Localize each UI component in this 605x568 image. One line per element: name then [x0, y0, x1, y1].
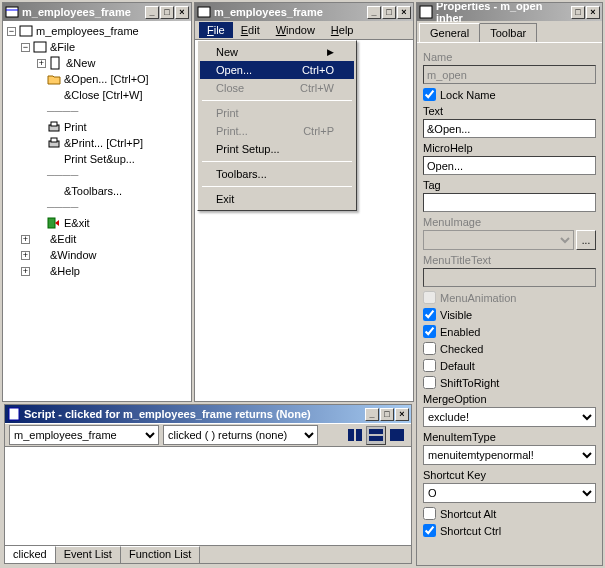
check-shortcutalt[interactable]: Shortcut Alt — [423, 507, 596, 520]
menu-titlebar: m_employees_frame _ □ × — [195, 3, 413, 21]
select-menuimage — [423, 230, 574, 250]
tree-item-new[interactable]: +&New — [5, 55, 189, 71]
check-default[interactable]: Default — [423, 359, 596, 372]
input-text[interactable] — [423, 119, 596, 138]
maximize-button[interactable]: □ — [380, 408, 394, 421]
menu-print[interactable]: Print — [200, 104, 354, 122]
menubar-help[interactable]: Help — [323, 22, 362, 38]
checkbox-shifttoright[interactable] — [423, 376, 436, 389]
menu-icon — [33, 248, 47, 262]
tree-item-close[interactable]: &Close [Ctrl+W] — [5, 87, 189, 103]
close-button[interactable]: × — [397, 6, 411, 19]
menubar-window[interactable]: Window — [268, 22, 323, 38]
event-select[interactable]: clicked ( ) returns (none) — [163, 425, 318, 445]
view-btn-3[interactable] — [387, 426, 407, 445]
expand-icon[interactable]: − — [21, 43, 30, 52]
tree-label: &New — [66, 57, 95, 69]
view-btn-1[interactable] — [345, 426, 365, 445]
tree-item-edit[interactable]: +&Edit — [5, 231, 189, 247]
expand-icon[interactable]: − — [7, 27, 16, 36]
tree-item-printdlg[interactable]: &Print... [Ctrl+P] — [5, 135, 189, 151]
menu-label: Close — [216, 82, 244, 94]
input-menutitletext — [423, 268, 596, 287]
maximize-button[interactable]: □ — [571, 6, 585, 19]
svg-rect-8 — [51, 138, 57, 142]
menu-exit[interactable]: Exit — [200, 190, 354, 208]
label-text: Text — [423, 105, 596, 117]
expand-icon[interactable]: + — [21, 251, 30, 260]
tree-item-exit[interactable]: E&xit — [5, 215, 189, 231]
tree-label: &Window — [50, 249, 96, 261]
menu-setup[interactable]: Print Setup... — [200, 140, 354, 158]
expand-icon[interactable]: + — [37, 59, 46, 68]
checkbox-lockname[interactable] — [423, 88, 436, 101]
select-menuitemtype[interactable]: menuitemtypenormal! — [423, 445, 596, 465]
svg-rect-14 — [369, 429, 383, 434]
tree-item-toolbars[interactable]: &Toolbars... — [5, 183, 189, 199]
minimize-button[interactable]: _ — [367, 6, 381, 19]
menu-icon — [33, 232, 47, 246]
maximize-button[interactable]: □ — [382, 6, 396, 19]
script-icon — [7, 407, 21, 421]
tab-clicked[interactable]: clicked — [5, 546, 56, 563]
tree-item-help[interactable]: +&Help — [5, 263, 189, 279]
expand-icon[interactable]: + — [21, 235, 30, 244]
close-button[interactable]: × — [586, 6, 600, 19]
tab-general[interactable]: General — [419, 23, 480, 42]
checkbox-shortcutctrl[interactable] — [423, 524, 436, 537]
minimize-button[interactable]: _ — [365, 408, 379, 421]
check-shortcutctrl[interactable]: Shortcut Ctrl — [423, 524, 596, 537]
svg-rect-2 — [20, 26, 32, 36]
tree-separator: ──── — [5, 199, 189, 215]
select-mergeoption[interactable]: exclude! — [423, 407, 596, 427]
expand-icon[interactable]: + — [21, 267, 30, 276]
tree-item-open[interactable]: &Open... [Ctrl+O] — [5, 71, 189, 87]
menu-separator — [202, 161, 352, 162]
tab-eventlist[interactable]: Event List — [56, 546, 121, 563]
menubar: File Edit Window Help — [195, 21, 413, 40]
checkbox-checked[interactable] — [423, 342, 436, 355]
props-tabs: General Toolbar — [419, 23, 600, 42]
check-checked[interactable]: Checked — [423, 342, 596, 355]
tree-panel: m_employees_frame _ □ × −m_employees_fra… — [2, 2, 192, 402]
check-enabled[interactable]: Enabled — [423, 325, 596, 338]
view-btn-2[interactable] — [366, 426, 386, 445]
check-shifttoright[interactable]: ShiftToRight — [423, 376, 596, 389]
menubar-edit[interactable]: Edit — [233, 22, 268, 38]
browse-button[interactable]: ... — [576, 230, 596, 250]
props-titlebar: Properties - m_open inher □ × — [417, 3, 602, 21]
checkbox-enabled[interactable] — [423, 325, 436, 338]
tree-body: −m_employees_frame −&File +&New &Open...… — [3, 21, 191, 401]
checkbox-visible[interactable] — [423, 308, 436, 321]
input-tag[interactable] — [423, 193, 596, 212]
input-microhelp[interactable] — [423, 156, 596, 175]
minimize-button[interactable]: _ — [145, 6, 159, 19]
menu-close[interactable]: CloseCtrl+W — [200, 79, 354, 97]
menu-open[interactable]: Open...Ctrl+O — [200, 61, 354, 79]
maximize-button[interactable]: □ — [160, 6, 174, 19]
check-visible[interactable]: Visible — [423, 308, 596, 321]
menubar-file[interactable]: File — [199, 22, 233, 38]
menu-label: Print — [216, 107, 239, 119]
checkbox-shortcutalt[interactable] — [423, 507, 436, 520]
menu-new[interactable]: New▶ — [200, 43, 354, 61]
tree-item-setup[interactable]: Print Set&up... — [5, 151, 189, 167]
tab-toolbar[interactable]: Toolbar — [479, 23, 537, 42]
script-editor[interactable] — [5, 447, 411, 545]
script-tabs: clicked Event List Function List — [5, 545, 411, 563]
printer-icon — [47, 120, 61, 134]
close-button[interactable]: × — [175, 6, 189, 19]
tree-item-file[interactable]: −&File — [5, 39, 189, 55]
tab-functionlist[interactable]: Function List — [121, 546, 200, 563]
tree-item-window[interactable]: +&Window — [5, 247, 189, 263]
menu-printdlg[interactable]: Print...Ctrl+P — [200, 122, 354, 140]
object-select[interactable]: m_employees_frame — [9, 425, 159, 445]
tree-root[interactable]: −m_employees_frame — [5, 23, 189, 39]
select-shortcutkey[interactable]: O — [423, 483, 596, 503]
check-lockname[interactable]: Lock Name — [423, 88, 596, 101]
close-button[interactable]: × — [395, 408, 409, 421]
checkbox-default[interactable] — [423, 359, 436, 372]
menu-toolbars[interactable]: Toolbars... — [200, 165, 354, 183]
tree-item-print[interactable]: Print — [5, 119, 189, 135]
tree-label: &Print... [Ctrl+P] — [64, 137, 143, 149]
